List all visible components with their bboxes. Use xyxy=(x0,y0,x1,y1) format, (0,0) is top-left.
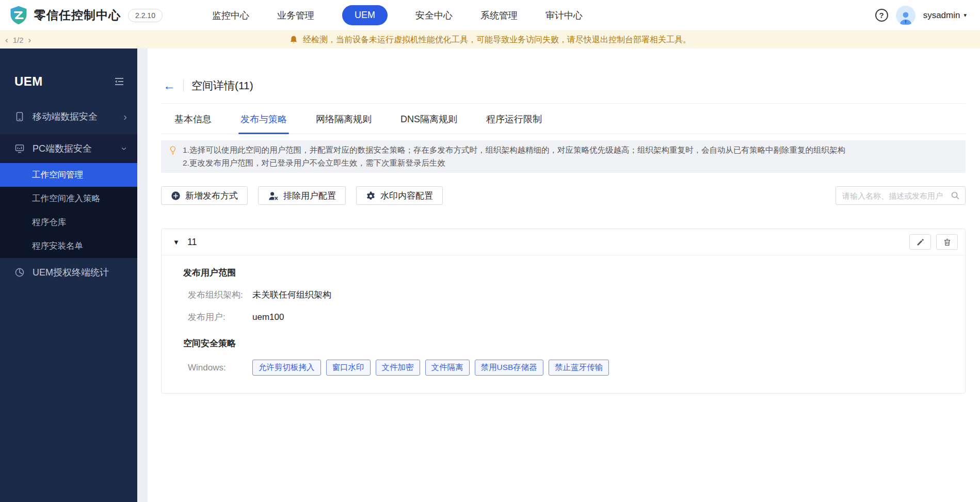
nav-item-security-center[interactable]: 安全中心 xyxy=(415,9,453,22)
policy-tag: 禁止蓝牙传输 xyxy=(549,360,609,376)
sidebar-item-program-repository[interactable]: 程序仓库 xyxy=(0,210,137,234)
nav-item-audit-center[interactable]: 审计中心 xyxy=(545,9,583,22)
publish-scope-title: 发布用户范围 xyxy=(183,267,952,279)
org-structure-label: 发布组织架构: xyxy=(188,289,252,301)
space-card-header: ▼ 11 xyxy=(162,229,965,255)
lightbulb-icon xyxy=(168,145,178,169)
delete-button[interactable] xyxy=(936,234,958,250)
banner-message-wrap: 经检测，当前设备未运行虚拟机性能优化工具，可能导致业务访问失败，请尽快退出控制台… xyxy=(289,35,691,45)
collapse-caret-icon[interactable]: ▼ xyxy=(173,238,180,246)
warning-banner: ‹ 1/2 › 经检测，当前设备未运行虚拟机性能优化工具，可能导致业务访问失败，… xyxy=(0,31,980,48)
publish-user-label: 发布用户: xyxy=(188,311,252,323)
button-label: 新增发布方式 xyxy=(185,190,238,202)
policy-tag: 禁用USB存储器 xyxy=(475,360,543,376)
publish-user-value: uem100 xyxy=(252,312,284,322)
banner-pager: ‹ 1/2 › xyxy=(5,36,31,44)
sidebar-submenu-pc: 工作空间管理 工作空间准入策略 程序仓库 程序安装名单 xyxy=(0,163,137,258)
trash-icon xyxy=(943,238,952,247)
sidebar-item-label: 移动端数据安全 xyxy=(33,110,116,123)
top-nav: 监控中心 业务管理 UEM 安全中心 系统管理 审计中心 xyxy=(212,5,583,25)
space-card: ▼ 11 xyxy=(161,229,966,394)
tab-publish-and-policy[interactable]: 发布与策略 xyxy=(238,104,289,134)
pc-monitor-icon xyxy=(14,143,25,154)
back-arrow-icon[interactable]: ← xyxy=(163,79,175,92)
sidebar-item-workspace-admission-policy[interactable]: 工作空间准入策略 xyxy=(0,187,137,210)
notice-line-2: 2.更改发布用户范围，对已登录用户不会立即生效，需下次重新登录后生效 xyxy=(183,156,845,169)
pager-count: 1/2 xyxy=(13,36,24,44)
search-input[interactable] xyxy=(842,191,951,200)
sidebar-header: UEM xyxy=(0,48,137,92)
top-bar: 零信任控制中心 2.2.10 监控中心 业务管理 UEM 安全中心 系统管理 审… xyxy=(0,0,980,31)
plus-circle-icon xyxy=(171,191,181,201)
tab-network-isolation-rules[interactable]: 网络隔离规则 xyxy=(314,104,374,134)
title-divider xyxy=(183,80,184,91)
sidebar-title: UEM xyxy=(14,74,43,89)
pager-prev-icon[interactable]: ‹ xyxy=(5,36,8,44)
security-policy-title: 空间安全策略 xyxy=(183,337,952,349)
windows-label: Windows: xyxy=(188,363,252,373)
nav-item-uem[interactable]: UEM xyxy=(342,5,388,25)
space-card-body: 发布用户范围 发布组织架构: 未关联任何组织架构 发布用户: uem100 空间… xyxy=(162,255,965,393)
toolbar: 新增发布方式 排除用户配置 水印内容配置 xyxy=(161,186,966,205)
nav-item-monitor-center[interactable]: 监控中心 xyxy=(212,9,249,22)
button-label: 排除用户配置 xyxy=(283,190,336,202)
user-menu[interactable]: sysadmin ▾ xyxy=(923,10,967,21)
sidebar-item-mobile-data-security[interactable]: 移动端数据安全 › xyxy=(0,103,137,130)
tab-dns-isolation-rules[interactable]: DNS隔离规则 xyxy=(398,104,459,134)
notice-text: 1.选择可以使用此空间的用户范围，并配置对应的数据安全策略；存在多发布方式时，组… xyxy=(183,143,845,169)
top-bar-right: ? sysadmin ▾ xyxy=(875,6,967,25)
gear-icon xyxy=(366,191,376,201)
chevron-right-icon: › xyxy=(123,111,127,122)
policy-tag: 窗口水印 xyxy=(326,360,371,376)
pencil-icon xyxy=(916,238,925,247)
bell-icon xyxy=(289,35,298,44)
edit-button[interactable] xyxy=(909,234,931,250)
org-structure-value: 未关联任何组织架构 xyxy=(252,289,331,301)
nav-item-system-management[interactable]: 系统管理 xyxy=(480,9,518,22)
page-title: 空间详情(11) xyxy=(191,78,253,93)
policy-tag-list: 允许剪切板拷入 窗口水印 文件加密 文件隔离 禁用USB存储器 禁止蓝牙传输 xyxy=(252,360,609,376)
detail-header: ← 空间详情(11) xyxy=(161,48,966,104)
sidebar: UEM 移动端数据安全 › PC端数据安全 › 工作空间管理 xyxy=(0,48,137,502)
sidebar-item-pc-data-security[interactable]: PC端数据安全 › xyxy=(0,134,137,163)
sidebar-item-program-install-list[interactable]: 程序安装名单 xyxy=(0,234,137,258)
search-box xyxy=(836,186,966,205)
version-badge: 2.2.10 xyxy=(128,9,163,22)
add-publish-method-button[interactable]: 新增发布方式 xyxy=(161,186,248,205)
policy-tag: 文件加密 xyxy=(376,360,420,376)
space-card-actions xyxy=(909,234,958,250)
notice-box: 1.选择可以使用此空间的用户范围，并配置对应的数据安全策略；存在多发布方式时，组… xyxy=(161,140,966,173)
terminal-stats-icon xyxy=(14,267,25,278)
chevron-down-icon: › xyxy=(120,147,131,151)
notice-line-1: 1.选择可以使用此空间的用户范围，并配置对应的数据安全策略；存在多发布方式时，组… xyxy=(183,143,845,156)
help-icon[interactable]: ? xyxy=(875,9,888,22)
exclude-user-config-button[interactable]: 排除用户配置 xyxy=(258,186,346,205)
publish-user-row: 发布用户: uem100 xyxy=(183,311,952,323)
search-icon[interactable] xyxy=(951,191,960,200)
app-title: 零信任控制中心 xyxy=(34,7,121,23)
space-name: 11 xyxy=(187,237,197,248)
tab-program-run-restriction[interactable]: 程序运行限制 xyxy=(484,104,544,134)
banner-message: 经检测，当前设备未运行虚拟机性能优化工具，可能导致业务访问失败，请尽快退出控制台… xyxy=(303,35,691,45)
avatar[interactable] xyxy=(896,6,915,25)
brand-shield-logo-icon xyxy=(8,5,29,26)
watermark-content-config-button[interactable]: 水印内容配置 xyxy=(356,186,443,205)
mobile-device-icon xyxy=(14,111,25,122)
sidebar-item-label: PC端数据安全 xyxy=(33,142,116,155)
content-panel: ← 空间详情(11) 基本信息 发布与策略 网络隔离规则 DNS隔离规则 程序运… xyxy=(148,48,980,502)
policy-tag: 文件隔离 xyxy=(425,360,470,376)
windows-policy-row: Windows: 允许剪切板拷入 窗口水印 文件加密 文件隔离 禁用USB存储器… xyxy=(183,360,952,376)
user-silhouette-icon xyxy=(898,10,913,25)
sidebar-item-uem-terminal-stats[interactable]: UEM授权终端统计 xyxy=(0,260,137,285)
pager-next-icon[interactable]: › xyxy=(28,36,31,44)
chevron-down-icon: ▾ xyxy=(963,12,967,19)
sidebar-item-workspace-management[interactable]: 工作空间管理 xyxy=(0,163,137,187)
username: sysadmin xyxy=(923,10,960,21)
button-label: 水印内容配置 xyxy=(380,190,433,202)
nav-item-business-management[interactable]: 业务管理 xyxy=(277,9,314,22)
tab-basic-info[interactable]: 基本信息 xyxy=(172,104,214,134)
policy-tag: 允许剪切板拷入 xyxy=(252,360,321,376)
user-remove-icon xyxy=(268,191,279,201)
org-structure-row: 发布组织架构: 未关联任何组织架构 xyxy=(183,289,952,301)
sidebar-collapse-icon[interactable] xyxy=(114,77,125,86)
